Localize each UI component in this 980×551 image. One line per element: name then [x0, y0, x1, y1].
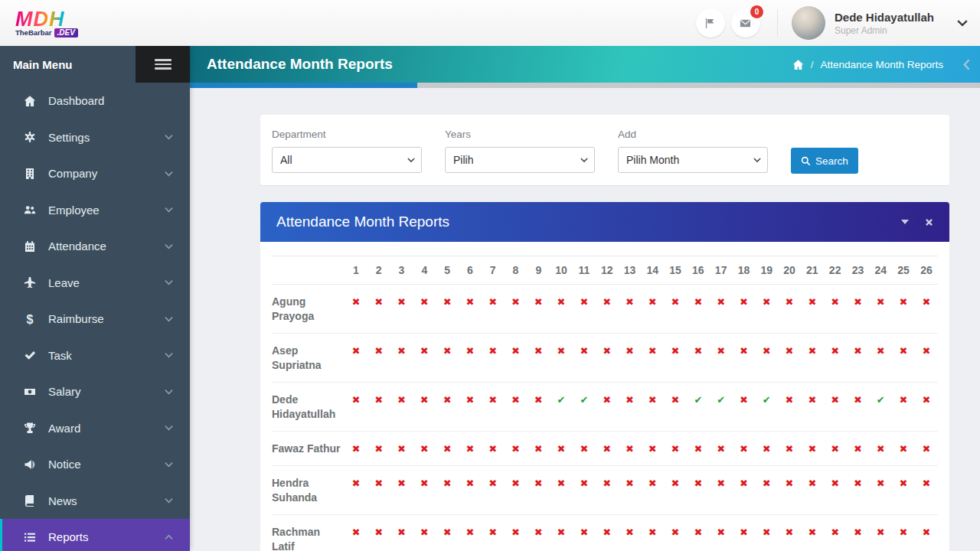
sidebar-item-dashboard[interactable]: Dashboard	[0, 83, 190, 119]
sidebar-item-raimburse[interactable]: $Raimburse	[0, 301, 190, 337]
department-select[interactable]: All	[272, 147, 422, 173]
home-icon	[792, 59, 804, 70]
absent-cross-icon: ✖	[374, 527, 383, 538]
attendance-panel-header: Attendance Month Reports	[260, 202, 949, 242]
user-avatar[interactable]	[792, 6, 825, 40]
absent-cross-icon: ✖	[488, 394, 497, 406]
day-column-header: 16	[687, 256, 710, 285]
attendance-cell: ✖	[892, 432, 915, 466]
brand-tagline: TheBarbar	[15, 29, 52, 37]
sidebar-item-notice[interactable]: Notice	[0, 446, 190, 483]
absent-cross-icon: ✖	[466, 443, 474, 455]
sidebar-item-award[interactable]: Award	[0, 410, 190, 447]
attendance-cell: ✖	[755, 466, 778, 515]
attendance-cell: ✖	[824, 432, 847, 466]
attendance-cell: ✖	[459, 466, 482, 515]
trophy-icon	[22, 422, 38, 434]
attendance-cell: ✖	[892, 334, 915, 383]
page-title-bar: Attendance Month Reports / Attendance Mo…	[190, 46, 980, 83]
panel-minimize-button[interactable]	[901, 220, 909, 224]
breadcrumb: / Attendance Month Reports	[792, 59, 943, 70]
attendance-cell: ✖	[687, 466, 710, 515]
attendance-cell: ✖	[345, 285, 368, 334]
flag-button[interactable]	[696, 8, 725, 37]
search-icon	[801, 156, 811, 166]
sidebar-item-leave[interactable]: Leave	[0, 265, 190, 302]
absent-cross-icon: ✖	[854, 296, 862, 308]
absent-cross-icon: ✖	[626, 478, 634, 489]
day-column-header: 25	[892, 256, 915, 285]
absent-cross-icon: ✖	[374, 394, 383, 406]
attendance-cell: ✖	[733, 383, 756, 432]
day-column-header: 21	[801, 256, 824, 285]
day-column-header: 24	[869, 256, 892, 285]
panel-tools	[901, 218, 933, 227]
attendance-cell: ✖	[687, 285, 710, 334]
sidebar-item-salary[interactable]: Salary	[0, 373, 190, 410]
absent-cross-icon: ✖	[397, 443, 406, 455]
chevron-up-icon	[165, 534, 173, 540]
sidebar-item-task[interactable]: Task	[0, 337, 190, 374]
absent-cross-icon: ✖	[786, 345, 794, 357]
brand-logo[interactable]: MDH TheBarbar .DEV	[15, 9, 78, 37]
absent-cross-icon: ✖	[877, 478, 885, 489]
sidebar-item-settings[interactable]: Settings	[0, 119, 190, 156]
attendance-cell: ✖	[687, 432, 710, 466]
absent-cross-icon: ✖	[534, 296, 543, 308]
search-button[interactable]: Search	[791, 148, 858, 174]
absent-cross-icon: ✖	[900, 478, 908, 489]
absent-cross-icon: ✖	[854, 443, 862, 455]
sidebar-item-employee[interactable]: Employee	[0, 192, 190, 229]
day-column-header: 5	[436, 256, 459, 285]
attendance-cell: ✖	[345, 334, 368, 383]
attendance-row: Agung Prayoga✖✖✖✖✖✖✖✖✖✖✖✖✖✖✖✖✖✖✖✖✖✖✖✖✖✖	[272, 285, 938, 334]
absent-cross-icon: ✖	[534, 527, 543, 538]
sidebar-item-attendance[interactable]: Attendance	[0, 228, 190, 265]
add-label: Add	[618, 129, 768, 140]
horizontal-scrollbar-track[interactable]	[190, 83, 980, 88]
absent-cross-icon: ✖	[557, 478, 566, 489]
mail-button[interactable]: 0	[731, 8, 760, 37]
chevron-down-icon	[165, 207, 173, 213]
sidebar-item-label: Employee	[48, 204, 165, 217]
flag-icon	[704, 18, 716, 29]
panel-collapse-chevron[interactable]	[963, 59, 970, 70]
attendance-cell: ✖	[619, 334, 642, 383]
absent-cross-icon: ✖	[351, 478, 360, 489]
horizontal-scrollbar-thumb[interactable]	[190, 83, 417, 88]
sidebar-item-label: Settings	[48, 131, 165, 144]
years-select[interactable]: Pilih	[445, 147, 595, 173]
panel-close-button[interactable]	[925, 218, 933, 227]
absent-cross-icon: ✖	[626, 296, 634, 308]
sidebar-item-label: Raimburse	[48, 312, 165, 325]
day-column-header: 19	[755, 256, 778, 285]
attendance-cell: ✖	[755, 334, 778, 383]
absent-cross-icon: ✖	[694, 443, 702, 455]
attendance-table: 1234567891011121314151617181920212223242…	[272, 256, 938, 551]
attendance-cell: ✖	[345, 466, 368, 515]
attendance-row: Asep Supriatna✖✖✖✖✖✖✖✖✖✖✖✖✖✖✖✖✖✖✖✖✖✖✖✖✖✖	[272, 334, 938, 383]
sidebar-toggle-button[interactable]	[136, 46, 190, 83]
absent-cross-icon: ✖	[374, 443, 383, 455]
attendance-cell: ✖	[710, 285, 733, 334]
attendance-cell: ✖	[915, 515, 938, 551]
attendance-cell: ✖	[801, 432, 824, 466]
sidebar-item-company[interactable]: Company	[0, 155, 190, 192]
sidebar-item-label: Dashboard	[48, 94, 173, 107]
attendance-cell: ✖	[550, 285, 573, 334]
mail-count-badge: 0	[750, 5, 763, 18]
absent-cross-icon: ✖	[420, 443, 429, 455]
user-menu-toggle[interactable]	[957, 19, 968, 27]
sidebar-item-reports[interactable]: Reports	[0, 519, 190, 551]
bullhorn-icon	[22, 458, 38, 471]
user-meta: Dede Hidayatullah Super Admin	[835, 11, 934, 36]
absent-cross-icon: ✖	[534, 345, 543, 357]
absent-cross-icon: ✖	[420, 345, 429, 357]
attendance-cell: ✖	[413, 334, 436, 383]
absent-cross-icon: ✖	[580, 478, 588, 489]
search-button-label: Search	[815, 155, 848, 167]
home-breadcrumb-link[interactable]	[792, 59, 804, 70]
month-select[interactable]: Pilih Month	[618, 147, 768, 173]
absent-cross-icon: ✖	[740, 394, 748, 406]
sidebar-item-news[interactable]: News	[0, 483, 190, 520]
